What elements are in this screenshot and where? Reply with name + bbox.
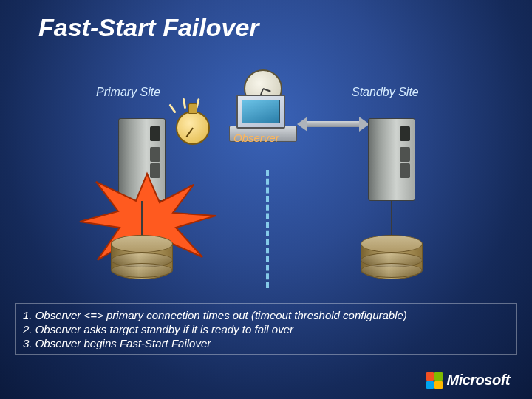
standby-site-label: Standby Site <box>352 86 419 99</box>
microsoft-logo: Microsoft <box>426 372 511 389</box>
step-2: 2. Observer asks target standby if it is… <box>23 322 509 336</box>
stopwatch-tick-icon <box>183 98 186 109</box>
standby-server-icon <box>368 118 415 201</box>
slide-title: Fast-Start Failover <box>38 13 259 42</box>
steps-panel: 1. Observer <=> primary connection times… <box>15 303 517 355</box>
primary-connector-line <box>141 201 143 236</box>
primary-site-label: Primary Site <box>96 86 160 99</box>
standby-database-icon <box>361 235 423 287</box>
microsoft-wordmark: Microsoft <box>447 372 511 389</box>
stopwatch-icon <box>176 111 210 145</box>
step-3: 3. Observer begins Fast-Start Failover <box>23 336 509 350</box>
microsoft-flag-icon <box>426 372 443 389</box>
standby-connector-line <box>391 201 392 236</box>
stopwatch-tick-icon <box>168 103 176 113</box>
double-arrow-icon <box>299 117 368 132</box>
center-divider-dashed <box>266 170 269 288</box>
observer-label: Observer <box>233 132 279 144</box>
step-1: 1. Observer <=> primary connection times… <box>23 308 509 322</box>
primary-database-icon <box>111 235 173 287</box>
